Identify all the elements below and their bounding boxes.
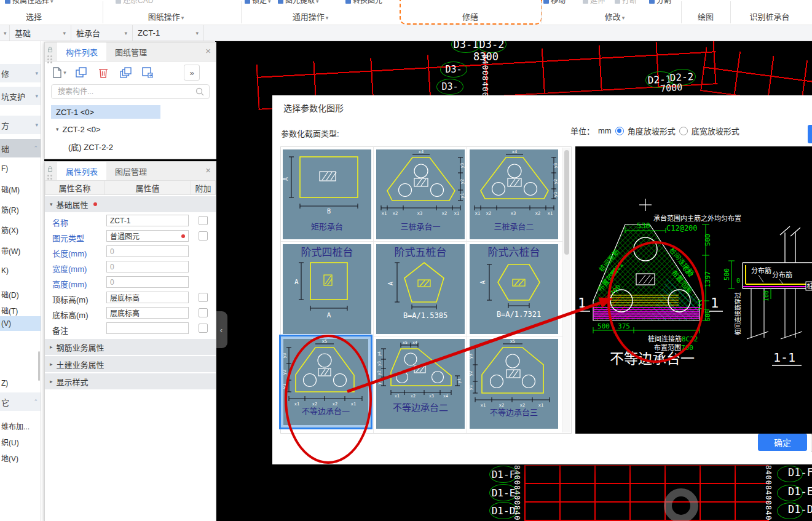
svg-text:y3: y3 (460, 163, 465, 168)
convert-element-icon (345, 0, 351, 4)
save-layer-button[interactable] (140, 65, 156, 80)
close-icon[interactable]: × (205, 46, 211, 56)
tile-unequal-cap-3[interactable]: x5 y3 y2 y1 x1 x2 x2 x1 不等边承台三 (470, 339, 558, 429)
lock-button[interactable]: 锁定▾ (245, 0, 271, 5)
mini-dropdown[interactable]: ▾ (0, 25, 10, 41)
nav-item[interactable]: 带(W) (0, 243, 41, 258)
nav-item[interactable]: 筋(R) (0, 202, 41, 217)
nav-group-earthwork[interactable]: 方▾ (0, 116, 41, 134)
nav-item[interactable]: 筋(X) (0, 222, 41, 237)
nav-item[interactable]: F) (0, 161, 41, 176)
nav-item[interactable]: 础(D) (0, 287, 41, 301)
nav-group-decoration[interactable]: 修▾ (0, 64, 41, 82)
extend-button[interactable]: 延伸 (583, 0, 605, 5)
clipped-blue-button[interactable] (808, 125, 812, 143)
component-dropdown[interactable]: ZCT-1▾ (133, 25, 204, 41)
height-field[interactable]: 0 (106, 276, 189, 288)
nav-scrollbar[interactable] (38, 351, 40, 381)
convert-element-button[interactable]: 转换图元 (345, 0, 382, 5)
chevron-right-icon: ▸ (50, 378, 53, 384)
svg-text:C12@200: C12@200 (666, 224, 698, 233)
top-elevation-field[interactable]: 层底标高 (106, 292, 189, 303)
attach-checkbox[interactable] (199, 293, 208, 302)
attach-checkbox[interactable] (199, 231, 208, 241)
tree-item-zct2[interactable]: ▾ZCT-2 <0> (51, 122, 101, 136)
chevron-right-icon: ▸ (50, 344, 53, 350)
identify-pile-cap-button[interactable]: 识别桩承台 (749, 10, 789, 22)
restore-cad-button[interactable]: 还原CAD (116, 0, 153, 5)
new-component-button[interactable]: ▾ (51, 65, 67, 80)
bottom-elevation-field[interactable]: 层底标高 (106, 307, 189, 319)
svg-text:桩间连接筋穿过: 桩间连接筋穿过 (734, 292, 741, 335)
nav-item[interactable]: Z) (0, 376, 41, 391)
nav-item[interactable]: 础(T) (0, 303, 41, 317)
dimension-text: 840084008400 (513, 465, 521, 521)
attach-checkbox[interactable] (199, 308, 208, 317)
copy-component-button[interactable] (73, 65, 89, 80)
nav-group-pit-support[interactable]: 坑支护▾ (0, 87, 41, 105)
radio-bottom-width-slope-label[interactable]: 底宽放坡形式 (692, 125, 739, 137)
extract-element-button[interactable]: 图元提取▾ (278, 0, 319, 5)
tile-unequal-cap-2[interactable]: x5 x4 y4 y3 y2 y1 y1 x1 x2 x3 x4 不等边承台二 (376, 339, 465, 429)
panel-drag-handle[interactable] (47, 45, 55, 63)
group-rebar-properties[interactable]: ▸钢筋业务属性 (45, 339, 216, 355)
remark-field[interactable] (106, 322, 189, 334)
split-button[interactable]: 分割 (649, 0, 671, 5)
group-label-common-ops[interactable]: 通用操作▾ (293, 10, 329, 22)
group-civil-properties[interactable]: ▸土建业务属性 (45, 356, 216, 372)
group-label-drawing-ops[interactable]: 图纸操作▾ (148, 10, 184, 22)
close-icon[interactable]: × (205, 165, 211, 175)
tree-item-zct2-2[interactable]: (底) ZCT-2-2 (51, 140, 113, 153)
category-dropdown[interactable]: 基础▾ (10, 25, 71, 41)
tab-component-list[interactable]: 构件列表 (57, 42, 106, 61)
attach-checkbox[interactable] (199, 324, 208, 333)
group-label-select: 选择 (26, 10, 42, 22)
svg-text:x1: x1 (538, 403, 543, 408)
navigation-wheel[interactable] (664, 488, 698, 521)
nav-item[interactable]: K) (0, 263, 41, 278)
radio-angle-slope-label[interactable]: 角度放坡形式 (628, 125, 676, 137)
nav-group-foundation[interactable]: 础⌃ (0, 139, 41, 157)
group-basic-properties[interactable]: ▾基础属性 (45, 196, 216, 212)
tree-item-zct1[interactable]: ZCT-1 <0> (51, 105, 160, 119)
tab-layer-management[interactable]: 图层管理 (106, 162, 156, 180)
tab-drawing-management[interactable]: 图纸管理 (106, 42, 156, 61)
expand-more-button[interactable]: » (184, 65, 200, 81)
nav-item[interactable]: 维布加... (0, 418, 41, 433)
select-by-property-button[interactable]: 按属性选择▾ (5, 0, 53, 5)
tab-property-list[interactable]: 属性列表 (57, 162, 106, 180)
element-type-field[interactable]: 普通图元 (106, 230, 189, 242)
radio-angle-slope[interactable] (615, 127, 624, 135)
nav-item[interactable]: 础(M) (0, 181, 41, 196)
delete-component-button[interactable] (95, 65, 111, 80)
name-field[interactable]: ZCT-1 (106, 215, 189, 226)
chevron-down-icon: ▾ (50, 201, 53, 207)
length-field[interactable]: 0 (106, 245, 189, 257)
nav-item[interactable]: 织(U) (0, 434, 41, 449)
group-display-style[interactable]: ▸显示样式 (45, 373, 216, 389)
tile-rectangular-cap[interactable]: A B 矩形承台 (283, 149, 371, 239)
ok-button[interactable]: 确定 (758, 434, 807, 451)
break-button[interactable]: 打断 (615, 0, 637, 5)
chevron-down-icon: ▾ (35, 93, 38, 99)
batch-copy-button[interactable] (117, 65, 133, 80)
group-label-modify[interactable]: 修改▾ (605, 10, 625, 22)
panel-collapse-handle[interactable]: ‹ (215, 311, 227, 348)
attach-checkbox[interactable] (199, 216, 208, 225)
component-search[interactable] (51, 84, 210, 99)
tile-grid-scrollbar[interactable] (562, 148, 570, 432)
search-input[interactable] (57, 87, 195, 97)
nav-item[interactable]: 地(V) (0, 450, 41, 465)
move-button[interactable]: 移动 (543, 0, 566, 5)
radio-bottom-width-slope[interactable] (679, 127, 688, 135)
width-field[interactable]: 0 (106, 261, 189, 272)
chevron-down-icon: ▾ (268, 0, 271, 4)
tile-stepped-five-pile-cap[interactable]: 阶式五桩台 A B=A/1.5385 (376, 244, 465, 334)
type-dropdown[interactable]: 桩承台▾ (71, 25, 133, 41)
nav-group-other[interactable]: 它⌃ (0, 392, 41, 411)
tile-three-pile-cap-2[interactable]: x4 y3 y2 y1 x1 x2 x3 x2 x1 三桩承台二 (470, 149, 558, 239)
tile-three-pile-cap-1[interactable]: x4 y3 y2 y1 x1 x2 x3 x2 x1 三桩承台一 (376, 149, 465, 239)
tile-stepped-four-pile-cap[interactable]: 阶式四桩台 A A (283, 244, 371, 334)
nav-item-pile-cap[interactable]: (V) (0, 316, 41, 331)
chevron-up-icon: ⌃ (33, 399, 38, 405)
